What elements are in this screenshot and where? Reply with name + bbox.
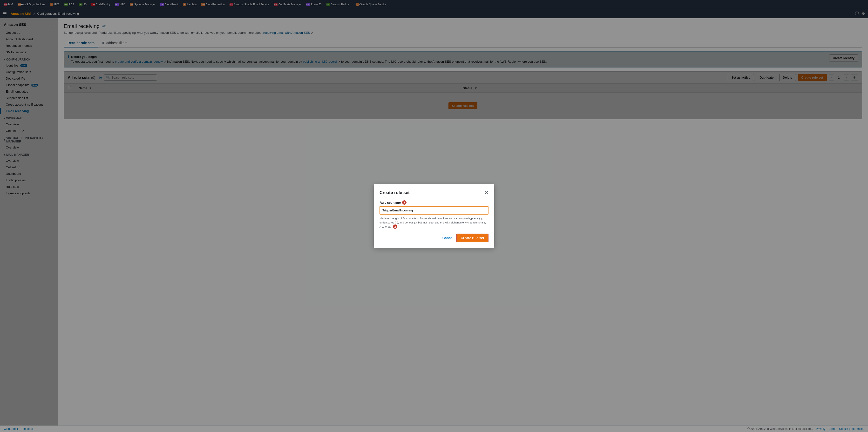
modal-rule-set-name-label: Rule set name 1 [379, 200, 489, 205]
rule-set-name-input[interactable] [379, 206, 489, 215]
create-rule-set-modal: Create rule set ✕ Rule set name 1 Maximu… [374, 184, 494, 248]
modal-actions: Cancel Create rule set [379, 234, 489, 242]
modal-cancel-button[interactable]: Cancel [442, 236, 454, 240]
step2-badge: 2 [393, 224, 397, 229]
step1-badge: 1 [402, 200, 406, 205]
modal-close-button[interactable]: ✕ [485, 190, 489, 195]
modal-overlay[interactable]: Create rule set ✕ Rule set name 1 Maximu… [0, 0, 868, 432]
modal-title: Create rule set [379, 190, 410, 195]
modal-hint: Maximum length of 64 characters. Name sh… [379, 216, 489, 229]
modal-header: Create rule set ✕ [379, 190, 489, 195]
modal-create-button[interactable]: Create rule set [457, 234, 489, 242]
